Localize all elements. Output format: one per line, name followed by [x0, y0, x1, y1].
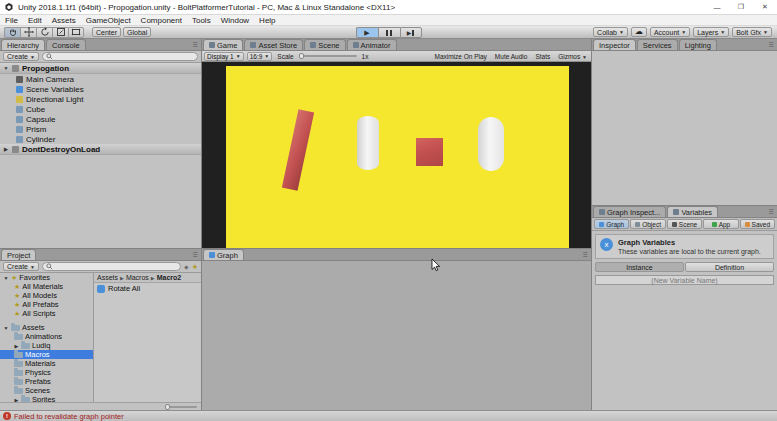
tab-asset-store[interactable]: Asset Store: [244, 39, 303, 50]
step-button[interactable]: ▶: [400, 27, 422, 38]
panel-menu-icon[interactable]: ☰: [193, 251, 198, 258]
tab-hierarchy[interactable]: Hierarchy: [1, 39, 45, 50]
foldout-icon[interactable]: ▼: [3, 65, 9, 71]
search-input[interactable]: [42, 52, 198, 61]
scale-tool-button[interactable]: [52, 27, 68, 38]
search-filter-icon[interactable]: ◈: [184, 263, 189, 270]
menu-window[interactable]: Window: [216, 16, 254, 25]
folder-item[interactable]: Materials: [0, 359, 93, 368]
menu-help[interactable]: Help: [254, 16, 280, 25]
orientation-toggle-button[interactable]: Global: [123, 27, 151, 37]
favorite-item[interactable]: ★All Scripts: [0, 309, 93, 318]
display-dropdown[interactable]: Display 1▼: [204, 52, 244, 61]
panel-menu-icon[interactable]: ☰: [769, 208, 774, 215]
tab-variables[interactable]: Variables: [667, 206, 718, 217]
menu-assets[interactable]: Assets: [47, 16, 81, 25]
menu-tools[interactable]: Tools: [187, 16, 216, 25]
scene-header[interactable]: ▶ DontDestroyOnLoad: [0, 144, 201, 155]
menu-file[interactable]: File: [0, 16, 23, 25]
scope-object-button[interactable]: Object: [630, 219, 665, 229]
graph-canvas[interactable]: [202, 261, 591, 410]
menu-edit[interactable]: Edit: [23, 16, 47, 25]
hierarchy-item[interactable]: Scene Variables: [0, 84, 201, 94]
scope-app-button[interactable]: App: [703, 219, 738, 229]
tab-project[interactable]: Project: [1, 249, 36, 260]
favorite-item[interactable]: ★All Materials: [0, 282, 93, 291]
pause-button[interactable]: [378, 27, 400, 38]
favorite-item[interactable]: ★All Prefabs: [0, 300, 93, 309]
tab-inspector[interactable]: Inspector: [593, 39, 636, 50]
layers-dropdown[interactable]: Layers▼: [693, 27, 729, 37]
aspect-dropdown[interactable]: 16:9▼: [247, 52, 273, 61]
cloud-button[interactable]: ☁: [631, 27, 647, 37]
stats-toggle[interactable]: Stats: [533, 53, 552, 60]
play-button[interactable]: ▶: [356, 27, 378, 38]
tab-scene[interactable]: Scene: [304, 39, 345, 50]
favorite-item[interactable]: ★All Models: [0, 291, 93, 300]
tab-animator[interactable]: Animator: [347, 39, 397, 50]
tab-lighting[interactable]: Lighting: [679, 39, 717, 50]
panel-menu-icon[interactable]: ☰: [193, 41, 198, 48]
account-dropdown[interactable]: Account▼: [650, 27, 690, 37]
folder-item[interactable]: Physics: [0, 368, 93, 377]
create-dropdown[interactable]: Create▼: [3, 262, 39, 271]
tab-graph-inspector[interactable]: Graph Inspect...: [593, 206, 666, 217]
scope-graph-button[interactable]: Graph: [594, 219, 629, 229]
foldout-icon[interactable]: ▶: [3, 146, 9, 152]
maximize-on-play-toggle[interactable]: Maximize On Play: [432, 53, 488, 60]
thumbnail-zoom-slider[interactable]: [165, 406, 197, 408]
folder-item[interactable]: ▶Sprites: [0, 395, 93, 402]
hierarchy-item[interactable]: Cube: [0, 104, 201, 114]
mute-audio-toggle[interactable]: Mute Audio: [493, 53, 530, 60]
maximize-button[interactable]: ❐: [729, 0, 753, 14]
panel-menu-icon[interactable]: ☰: [583, 251, 588, 258]
rect-tool-button[interactable]: [68, 27, 84, 38]
menu-gameobject[interactable]: GameObject: [81, 16, 136, 25]
zoom-slider-knob[interactable]: [165, 404, 170, 410]
minimize-button[interactable]: —: [705, 0, 729, 14]
collab-dropdown[interactable]: Collab▼: [593, 27, 628, 37]
folder-item[interactable]: Scenes: [0, 386, 93, 395]
folder-item[interactable]: ▶Ludiq: [0, 341, 93, 350]
tab-game[interactable]: Game: [203, 39, 243, 50]
menu-component[interactable]: Component: [136, 16, 187, 25]
folder-item-selected[interactable]: Macros: [0, 350, 93, 359]
hierarchy-item[interactable]: Directional Light: [0, 94, 201, 104]
folder-item[interactable]: Prefabs: [0, 377, 93, 386]
hierarchy-item[interactable]: Prism: [0, 124, 201, 134]
scope-saved-button[interactable]: Saved: [740, 219, 775, 229]
favorites-header[interactable]: ▼★Favorites: [0, 273, 93, 282]
rotate-tool-button[interactable]: [36, 27, 52, 38]
hand-tool-button[interactable]: [4, 27, 20, 38]
gizmos-dropdown[interactable]: Gizmos ▼: [556, 53, 589, 60]
assets-root[interactable]: ▼Assets: [0, 323, 93, 332]
breadcrumb-item[interactable]: Macro2: [157, 274, 182, 281]
panel-menu-icon[interactable]: ☰: [769, 41, 774, 48]
hierarchy-item[interactable]: Cylinder: [0, 134, 201, 144]
scale-slider-knob[interactable]: [299, 53, 304, 59]
foldout-icon[interactable]: ▼: [3, 275, 9, 281]
favorite-filter-icon[interactable]: ★: [192, 263, 198, 270]
asset-item[interactable]: Rotate All: [94, 283, 201, 294]
hierarchy-item[interactable]: Main Camera: [0, 74, 201, 84]
folder-item[interactable]: Animations: [0, 332, 93, 341]
create-dropdown[interactable]: Create▼: [3, 52, 39, 61]
close-button[interactable]: ✕: [753, 0, 777, 14]
scope-scene-button[interactable]: Scene: [667, 219, 702, 229]
definition-tab[interactable]: Definition: [685, 262, 774, 272]
foldout-icon[interactable]: ▶: [14, 343, 19, 349]
hierarchy-item[interactable]: Capsule: [0, 114, 201, 124]
tab-graph[interactable]: Graph: [203, 249, 244, 260]
pivot-toggle-button[interactable]: Center: [92, 27, 121, 37]
breadcrumb-item[interactable]: Assets: [97, 274, 118, 281]
new-variable-input[interactable]: (New Variable Name): [595, 275, 774, 285]
status-bar[interactable]: ! Failed to revalidate graph pointer: [0, 410, 777, 421]
scale-slider[interactable]: [299, 55, 357, 57]
search-input[interactable]: [42, 262, 181, 271]
scene-header[interactable]: ▼ Propogation: [0, 63, 201, 74]
breadcrumb-item[interactable]: Macros: [126, 274, 149, 281]
tab-console[interactable]: Console: [46, 39, 86, 50]
tab-services[interactable]: Services: [637, 39, 678, 50]
layout-dropdown[interactable]: Bolt Gfx▼: [732, 27, 772, 37]
foldout-icon[interactable]: ▼: [3, 325, 9, 331]
